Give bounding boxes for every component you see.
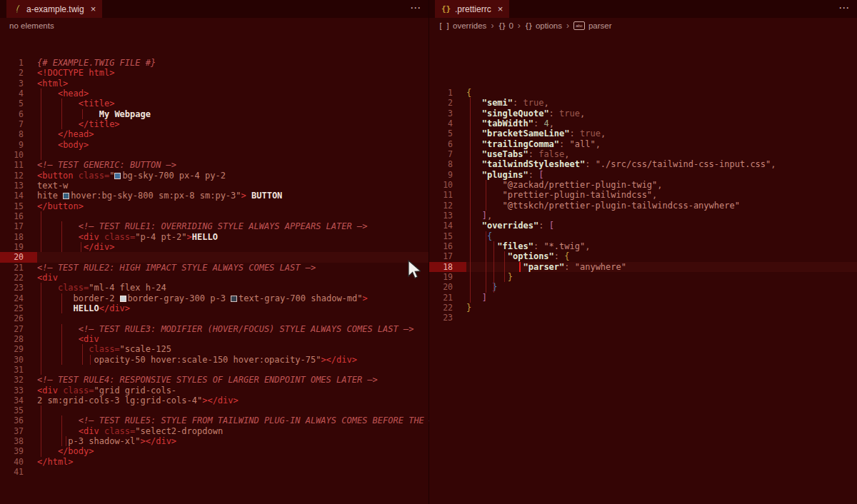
code-token: "options"	[508, 251, 554, 261]
object-icon: {}	[498, 22, 505, 30]
code-line[interactable]: 22}	[429, 303, 857, 313]
breadcrumb-item-overrides[interactable]: overrides	[453, 21, 486, 30]
code-line[interactable]: 11 "prettier-plugin-tailwindcss",	[429, 190, 857, 200]
more-actions-icon[interactable]: ⋯	[410, 1, 421, 14]
line-content: {	[466, 231, 857, 241]
breadcrumb-item-parser[interactable]: parser	[588, 21, 612, 30]
code-line[interactable]: 39 </body>	[0, 446, 428, 456]
line-number: 28	[0, 334, 37, 344]
breadcrumb-right[interactable]: [ ]overrides›{}0›{}options›abcparser	[429, 18, 857, 34]
code-line[interactable]: 18 <div class="p-4 pt-2">HELLO	[0, 232, 428, 242]
code-line[interactable]: 25 HELLO</div>	[0, 303, 428, 313]
tab-prettierrc[interactable]: {} .prettierrc ×	[435, 0, 509, 18]
code-line[interactable]: 4 <head>	[0, 89, 428, 99]
code-line[interactable]: 30 opacity-50 hover:scale-150 hover:opac…	[0, 355, 428, 365]
indent-guide	[41, 355, 41, 365]
code-line[interactable]: 3 "singleQuote": true,	[429, 109, 857, 119]
tab-bar-right: {} .prettierrc × ⋯	[429, 0, 857, 18]
code-line[interactable]: 36 <!— TEST RULE5: STYLE FROM TAILWIND P…	[0, 415, 428, 425]
code-line[interactable]: 9 <body>	[0, 140, 428, 150]
code-line[interactable]: 2<!DOCTYPE html>	[0, 68, 428, 78]
code-line[interactable]: 11<!— TEST GENERIC: BUTTON —>	[0, 160, 428, 170]
code-line[interactable]: 4 "tabWidth": 4,	[429, 119, 857, 128]
line-number: 33	[0, 385, 37, 395]
code-line[interactable]: 7 "useTabs": false,	[429, 149, 857, 159]
code-line[interactable]: 14hite hover:bg-sky-800 sm:px-8 sm:py-3"…	[0, 191, 428, 201]
code-line[interactable]: 35	[0, 405, 428, 415]
code-line[interactable]: 32<!— TEST RULE4: RESPONSIVE STYLES OF L…	[0, 375, 428, 385]
code-token: </html>	[37, 457, 74, 467]
code-line[interactable]: 33<div class="grid grid-cols-	[0, 385, 428, 395]
code-token: ,	[771, 159, 776, 169]
code-line[interactable]: 37 <div class="select2-dropdown	[0, 426, 428, 436]
line-content: }	[466, 272, 857, 282]
code-line[interactable]: 12 "@ttskch/prettier-plugin-tailwindcss-…	[429, 201, 857, 211]
line-content: "options": {	[466, 251, 857, 261]
code-line[interactable]: 5 <title>	[0, 99, 428, 109]
code-line[interactable]: 15</button>	[0, 201, 428, 211]
code-line[interactable]: 38 p-3 shadow-xl"></div>	[0, 436, 428, 446]
code-line[interactable]: 17 <!— TEST RULE1: OVERRIDING STYLE ALWA…	[0, 221, 428, 231]
code-line[interactable]: 1{# EXAMPLE.TWIG FILE #}	[0, 58, 428, 68]
code-token: "./src/css/tailwind-css-input.css"	[596, 159, 771, 169]
code-line[interactable]: 19 }	[429, 272, 857, 282]
tab-label: .prettierrc	[455, 4, 491, 14]
indent-guide	[486, 282, 486, 292]
code-line[interactable]: 14 "overrides": [	[429, 221, 857, 231]
indent-guide	[61, 334, 62, 344]
code-line[interactable]: 1{	[429, 88, 857, 98]
code-token: {	[487, 231, 492, 241]
twig-file-icon	[13, 4, 22, 14]
code-line[interactable]: 20	[0, 252, 428, 262]
breadcrumb-item-options[interactable]: options	[536, 21, 562, 30]
code-line[interactable]: 18 "parser": "anywhere"	[429, 262, 857, 272]
close-icon[interactable]: ×	[498, 4, 503, 14]
code-line[interactable]: 10 "@zackad/prettier-plugin-twig",	[429, 180, 857, 190]
code-line[interactable]: 21 ]	[429, 293, 857, 303]
line-number: 35	[0, 405, 37, 415]
code-line[interactable]: 6 My Webpage	[0, 109, 428, 119]
line-content: "plugins": [	[466, 170, 857, 180]
code-token: HELLO	[192, 232, 218, 242]
more-actions-icon[interactable]: ⋯	[838, 1, 850, 14]
code-line[interactable]: 27 <!— TEST RULE3: MODIFIER (HOVER/FOCUS…	[0, 324, 428, 334]
code-line[interactable]: 9 "plugins": [	[429, 170, 857, 180]
code-line[interactable]: 5 "bracketSameLine": true,	[429, 128, 857, 138]
code-line[interactable]: 24 border-2 border-gray-300 p-3 text-gra…	[0, 293, 428, 303]
code-line[interactable]: 19 </div>	[0, 242, 428, 252]
code-line[interactable]: 8 </head>	[0, 129, 428, 139]
code-line[interactable]: 21<!— TEST RULE2: HIGH IMPACT STYLE ALWA…	[0, 263, 428, 273]
code-token: ]	[482, 211, 487, 221]
line-number: 22	[429, 303, 466, 313]
tab-a-example-twig[interactable]: a-example.twig ×	[6, 0, 102, 18]
breadcrumb-item-0[interactable]: 0	[508, 21, 513, 30]
code-line[interactable]: 10	[0, 150, 428, 160]
code-line[interactable]: 15 {	[429, 231, 857, 241]
code-line[interactable]: 16 "files": "*.twig",	[429, 241, 857, 251]
code-line[interactable]: 17 "options": {	[429, 251, 857, 261]
code-line[interactable]: 8 "tailwindStylesheet": "./src/css/tailw…	[429, 159, 857, 169]
code-line[interactable]: 29 class="scale-125	[0, 344, 428, 354]
code-editor-left[interactable]: 1{# EXAMPLE.TWIG FILE #}2<!DOCTYPE html>…	[0, 34, 428, 477]
code-line[interactable]: 20 }	[429, 282, 857, 292]
code-line[interactable]: 6 "trailingComma": "all",	[429, 139, 857, 149]
code-editor-right[interactable]: 1{2 "semi": true,3 "singleQuote": true,4…	[429, 34, 857, 323]
code-line[interactable]: 342 sm:grid-cols-3 lg:grid-cols-4"></div…	[0, 395, 428, 405]
code-line[interactable]: 41	[0, 467, 428, 477]
close-icon[interactable]: ×	[91, 4, 96, 14]
code-line[interactable]: 13 ],	[429, 211, 857, 221]
code-line[interactable]: 40</html>	[0, 457, 428, 467]
breadcrumb-left[interactable]: no elements	[0, 18, 428, 34]
code-line[interactable]: 2 "semi": true,	[429, 98, 857, 108]
code-line[interactable]: 12<button class="bg-sky-700 px-4 py-2	[0, 171, 428, 181]
code-line[interactable]: 13text-w	[0, 181, 428, 191]
code-line[interactable]: 23	[429, 313, 857, 323]
code-line[interactable]: 22<div	[0, 273, 428, 283]
code-line[interactable]: 23 class="ml-4 flex h-24	[0, 283, 428, 293]
code-line[interactable]: 28 <div	[0, 334, 428, 344]
code-line[interactable]: 31	[0, 365, 428, 375]
code-line[interactable]: 16	[0, 211, 428, 221]
code-line[interactable]: 7 </title>	[0, 119, 428, 129]
code-line[interactable]: 3<html>	[0, 79, 428, 89]
code-line[interactable]: 26	[0, 313, 428, 323]
